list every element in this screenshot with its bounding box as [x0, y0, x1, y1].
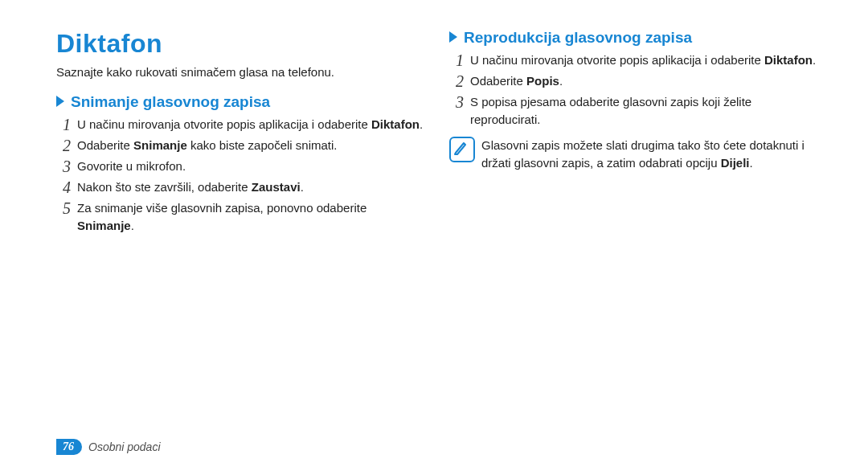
subhead-recording: Snimanje glasovnog zapisa — [56, 93, 427, 111]
step-number: 1 — [56, 116, 77, 133]
step: 2 Odaberite Popis. — [449, 72, 820, 90]
step: 2 Odaberite Snimanje kako biste započeli… — [56, 137, 427, 154]
note-box: Glasovni zapis možete slati drugima tako… — [449, 137, 820, 172]
step-number: 5 — [56, 199, 77, 217]
left-column: Diktafon Saznajte kako rukovati snimačem… — [56, 29, 446, 471]
page: Diktafon Saznajte kako rukovati snimačem… — [0, 0, 868, 471]
note-icon — [449, 137, 475, 162]
step: 3 Govorite u mikrofon. — [56, 158, 427, 175]
step: 1 U načinu mirovanja otvorite popis apli… — [56, 116, 427, 133]
step: 3 S popisa pjesama odaberite glasovni za… — [449, 93, 820, 129]
step: 5 Za snimanje više glasovnih zapisa, pon… — [56, 199, 427, 235]
step: 4 Nakon što ste završili, odaberite Zaus… — [56, 178, 427, 196]
chevron-right-icon — [56, 93, 66, 111]
playback-steps: 1 U načinu mirovanja otvorite popis apli… — [449, 51, 820, 129]
intro-text: Saznajte kako rukovati snimačem glasa na… — [56, 65, 427, 79]
chevron-right-icon — [449, 29, 459, 47]
step-number: 4 — [56, 178, 77, 196]
step-body: U načinu mirovanja otvorite popis aplika… — [470, 51, 820, 69]
step-number: 2 — [449, 72, 470, 90]
note-body: Glasovni zapis možete slati drugima tako… — [481, 137, 820, 172]
footer-section: Osobni podaci — [88, 440, 161, 453]
step-body: Za snimanje više glasovnih zapisa, ponov… — [77, 199, 427, 235]
page-number: 76 — [56, 439, 82, 455]
step-body: S popisa pjesama odaberite glasovni zapi… — [470, 93, 820, 129]
right-column: Reprodukcija glasovnog zapisa 1 U načinu… — [446, 29, 820, 471]
subhead-playback: Reprodukcija glasovnog zapisa — [449, 29, 820, 47]
step-body: U načinu mirovanja otvorite popis aplika… — [77, 116, 427, 133]
step-body: Odaberite Popis. — [470, 72, 820, 90]
main-title: Diktafon — [56, 29, 427, 59]
subhead-recording-label: Snimanje glasovnog zapisa — [71, 93, 270, 111]
step-number: 3 — [56, 158, 77, 175]
step-number: 3 — [449, 93, 470, 111]
recording-steps: 1 U načinu mirovanja otvorite popis apli… — [56, 116, 427, 235]
step-body: Nakon što ste završili, odaberite Zausta… — [77, 178, 427, 196]
footer: 76 Osobni podaci — [56, 439, 161, 455]
step-number: 2 — [56, 137, 77, 154]
step-body: Govorite u mikrofon. — [77, 158, 427, 175]
subhead-playback-label: Reprodukcija glasovnog zapisa — [464, 29, 692, 47]
step-number: 1 — [449, 51, 470, 69]
step-body: Odaberite Snimanje kako biste započeli s… — [77, 137, 427, 154]
step: 1 U načinu mirovanja otvorite popis apli… — [449, 51, 820, 69]
